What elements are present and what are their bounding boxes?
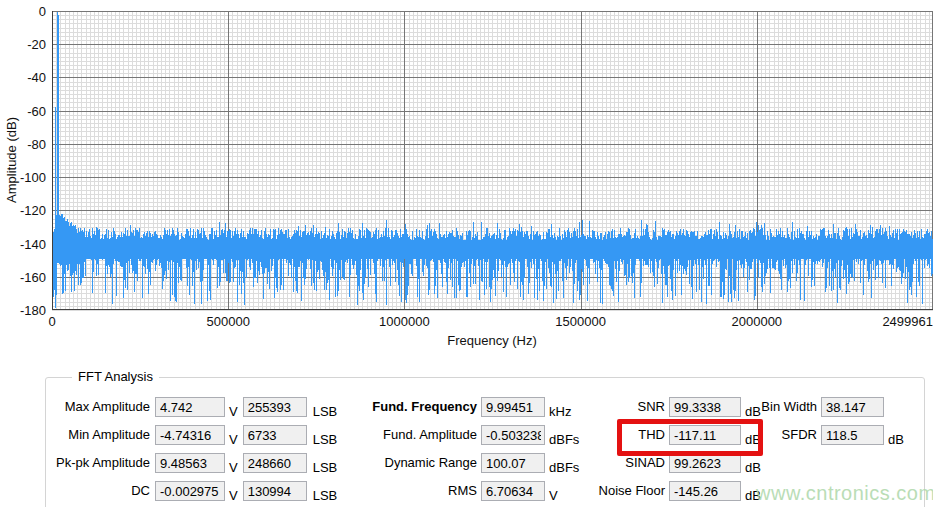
- min-amplitude-volts-unit: V: [229, 432, 238, 447]
- field-row-dc: DCVLSB: [40, 481, 337, 501]
- sfdr-unit: dB: [888, 432, 904, 447]
- y-tick-label: -140: [0, 237, 46, 252]
- field-row-snr: SNRdB: [560, 397, 761, 417]
- max-amplitude-value-field[interactable]: [155, 397, 225, 417]
- panel-title: FFT Analysis: [72, 369, 159, 384]
- field-label-max-amplitude: Max Amplitude: [40, 397, 150, 417]
- field-label-pk-pk-amplitude: Pk-pk Amplitude: [40, 453, 150, 473]
- rms-value-field[interactable]: [481, 481, 545, 501]
- pk-pk-amplitude-value-field[interactable]: [155, 453, 225, 473]
- field-label-fund-amplitude: Fund. Amplitude: [340, 425, 477, 445]
- field-row-sfdr: SFDRdB: [744, 425, 904, 445]
- field-label-dc: DC: [40, 481, 150, 501]
- max-amplitude-lsb-unit: LSB: [313, 404, 338, 419]
- field-row-fund-frequency: Fund. FrequencykHz: [340, 397, 571, 417]
- dc-lsb-field[interactable]: [243, 481, 307, 501]
- field-label-fund-frequency: Fund. Frequency: [340, 397, 477, 417]
- min-amplitude-lsb-unit: LSB: [313, 432, 338, 447]
- min-amplitude-value-field[interactable]: [155, 425, 225, 445]
- spectrum-plot-canvas: [52, 11, 933, 311]
- y-tick-label: -160: [0, 270, 46, 285]
- y-tick-label: -180: [0, 303, 46, 318]
- pk-pk-amplitude-lsb-unit: LSB: [313, 460, 338, 475]
- dc-lsb-unit: LSB: [313, 488, 338, 503]
- dc-value-field[interactable]: [155, 481, 225, 501]
- field-label-bin-width: Bin Width: [744, 397, 817, 417]
- field-label-min-amplitude: Min Amplitude: [40, 425, 150, 445]
- sinad-value-field[interactable]: [669, 453, 741, 473]
- field-row-bin-width: Bin Width: [744, 397, 888, 417]
- x-tick-label: 0: [48, 314, 55, 329]
- field-row-noise-floor: Noise FloordB: [560, 481, 761, 501]
- x-tick-label: 2000000: [731, 314, 782, 329]
- field-row-min-amplitude: Min AmplitudeVLSB: [40, 425, 337, 445]
- y-tick-label: -100: [0, 170, 46, 185]
- field-row-thd: THDdB: [560, 425, 761, 445]
- snr-value-field[interactable]: [669, 397, 741, 417]
- bin-width-value-field[interactable]: [821, 397, 884, 417]
- field-row-max-amplitude: Max AmplitudeVLSB: [40, 397, 337, 417]
- field-row-pk-pk-amplitude: Pk-pk AmplitudeVLSB: [40, 453, 337, 473]
- pk-pk-amplitude-volts-unit: V: [229, 460, 238, 475]
- x-tick-label: 1500000: [555, 314, 606, 329]
- fund-frequency-value-field[interactable]: [481, 397, 545, 417]
- max-amplitude-lsb-field[interactable]: [243, 397, 307, 417]
- field-row-fund-amplitude: Fund. AmplitudedBFs: [340, 425, 579, 445]
- field-label-sfdr: SFDR: [744, 425, 817, 445]
- x-tick-label: 1000000: [379, 314, 430, 329]
- field-label-noise-floor: Noise Floor: [560, 481, 665, 501]
- x-tick-label: 2499961: [882, 314, 933, 329]
- thd-value-field[interactable]: [669, 425, 741, 445]
- y-tick-label: -120: [0, 203, 46, 218]
- field-label-dynamic-range: Dynamic Range: [340, 453, 477, 473]
- y-tick-label: -80: [0, 137, 46, 152]
- dc-volts-unit: V: [229, 488, 238, 503]
- y-tick-label: -60: [0, 104, 46, 119]
- min-amplitude-lsb-field[interactable]: [243, 425, 307, 445]
- noise-floor-value-field[interactable]: [669, 481, 741, 501]
- y-tick-label: -20: [0, 37, 46, 52]
- sinad-unit: dB: [745, 460, 761, 475]
- y-tick-label: -40: [0, 70, 46, 85]
- field-label-rms: RMS: [340, 481, 477, 501]
- x-axis-title: Frequency (Hz): [447, 333, 537, 348]
- dynamic-range-value-field[interactable]: [481, 453, 545, 473]
- noise-floor-unit: dB: [745, 488, 761, 503]
- field-label-sinad: SINAD: [560, 453, 665, 473]
- rms-unit: V: [549, 488, 558, 503]
- max-amplitude-volts-unit: V: [229, 404, 238, 419]
- field-label-snr: SNR: [560, 397, 665, 417]
- x-tick-label: 500000: [206, 314, 249, 329]
- pk-pk-amplitude-lsb-field[interactable]: [243, 453, 307, 473]
- field-row-dynamic-range: Dynamic RangedBFs: [340, 453, 579, 473]
- y-tick-label: 0: [0, 4, 46, 19]
- field-label-thd: THD: [560, 425, 665, 445]
- sfdr-value-field[interactable]: [821, 425, 884, 445]
- field-row-sinad: SINADdB: [560, 453, 761, 473]
- fund-amplitude-value-field[interactable]: [481, 425, 545, 445]
- y-axis-title: Amplitude (dB): [4, 117, 19, 203]
- fft-analyzer-window: Amplitude (dB) 0-20-40-60-80-100-120-140…: [0, 0, 933, 507]
- field-row-rms: RMSV: [340, 481, 558, 501]
